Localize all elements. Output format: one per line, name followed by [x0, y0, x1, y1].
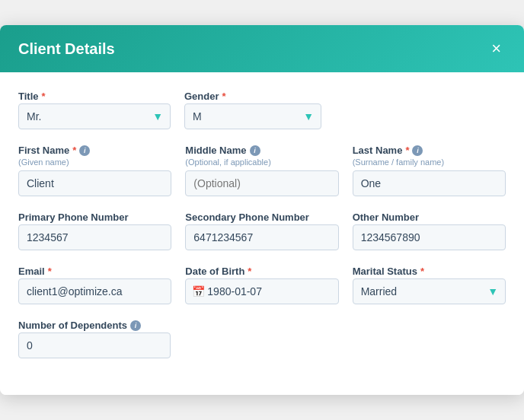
middle-name-label-row: Middle Name i [185, 145, 338, 156]
first-name-label-row: First Name * i [18, 145, 171, 156]
row-email-dob-marital: Email * Date of Birth * 📅 Marital Status [18, 266, 506, 304]
group-email: Email * [18, 266, 171, 304]
last-name-label: Last Name [353, 145, 403, 156]
first-name-label: First Name [18, 145, 69, 156]
marital-required: * [420, 266, 424, 277]
dob-label: Date of Birth [185, 266, 244, 277]
title-label-row: Title * [18, 91, 171, 102]
title-required: * [42, 91, 46, 102]
first-name-input[interactable] [18, 170, 171, 196]
modal-title: Client Details [18, 40, 115, 58]
group-gender: Gender * M F Other ▼ [184, 91, 321, 129]
title-label: Title [18, 91, 39, 102]
dependents-label-row: Number of Dependents i [18, 320, 171, 331]
group-title: Title * Mr. Mrs. Ms. Dr. Prof. ▼ [18, 91, 171, 129]
group-secondary-phone: Secondary Phone Number [185, 212, 338, 250]
email-label: Email [18, 266, 45, 277]
dependents-input[interactable] [18, 332, 171, 358]
row-names: First Name * i (Given name) Middle Name … [18, 145, 506, 196]
email-required: * [48, 266, 52, 277]
marital-select[interactable]: Single Married Divorced Widowed [353, 278, 506, 304]
primary-phone-input[interactable] [18, 224, 171, 250]
middle-name-sublabel: (Optional, if applicable) [185, 158, 338, 167]
gender-label: Gender [184, 91, 219, 102]
email-label-row: Email * [18, 266, 171, 277]
dob-label-row: Date of Birth * [185, 266, 338, 277]
first-name-info-icon: i [79, 145, 90, 156]
marital-label: Marital Status [353, 266, 417, 277]
group-last-name: Last Name * i (Surname / family name) [353, 145, 506, 196]
gender-select[interactable]: M F Other [184, 103, 321, 129]
last-name-input[interactable] [353, 170, 506, 196]
last-name-label-row: Last Name * i [353, 145, 506, 156]
email-input[interactable] [18, 278, 171, 304]
secondary-phone-label-row: Secondary Phone Number [185, 212, 338, 223]
primary-phone-label-row: Primary Phone Number [18, 212, 171, 223]
dob-input[interactable] [185, 278, 338, 304]
marital-label-row: Marital Status * [353, 266, 506, 277]
modal-body: Title * Mr. Mrs. Ms. Dr. Prof. ▼ Gende [0, 72, 524, 395]
middle-name-input[interactable] [185, 170, 338, 196]
first-name-sublabel: (Given name) [18, 158, 171, 167]
group-middle-name: Middle Name i (Optional, if applicable) [185, 145, 338, 196]
modal-header: Client Details × [0, 25, 524, 72]
title-select[interactable]: Mr. Mrs. Ms. Dr. Prof. [18, 103, 171, 129]
last-name-required: * [405, 145, 409, 156]
gender-required: * [222, 91, 226, 102]
secondary-phone-input[interactable] [185, 224, 338, 250]
primary-phone-label: Primary Phone Number [18, 212, 129, 223]
client-details-modal: Client Details × Title * Mr. Mrs. Ms. Dr… [0, 25, 524, 395]
gender-label-row: Gender * [184, 91, 321, 102]
dependents-label: Number of Dependents [18, 320, 127, 331]
other-number-input[interactable] [353, 224, 506, 250]
middle-name-info-icon: i [250, 145, 260, 156]
group-dependents: Number of Dependents i [18, 320, 171, 358]
group-dob: Date of Birth * 📅 [185, 266, 338, 304]
gender-select-wrapper: M F Other ▼ [184, 103, 321, 129]
marital-select-wrapper: Single Married Divorced Widowed ▼ [353, 278, 506, 304]
close-button[interactable]: × [487, 39, 506, 59]
middle-name-label: Middle Name [185, 145, 246, 156]
last-name-info-icon: i [412, 145, 423, 156]
title-select-wrapper: Mr. Mrs. Ms. Dr. Prof. ▼ [18, 103, 171, 129]
other-number-label-row: Other Number [353, 212, 506, 223]
group-first-name: First Name * i (Given name) [18, 145, 171, 196]
other-number-label: Other Number [353, 212, 419, 223]
group-other-number: Other Number [353, 212, 506, 250]
secondary-phone-label: Secondary Phone Number [185, 212, 309, 223]
first-name-required: * [72, 145, 76, 156]
group-marital: Marital Status * Single Married Divorced… [353, 266, 506, 304]
dependents-info-icon: i [130, 320, 141, 331]
last-name-sublabel: (Surname / family name) [353, 158, 506, 167]
dob-required: * [248, 266, 251, 277]
row-dependents: Number of Dependents i [18, 320, 506, 358]
dob-input-wrapper: 📅 [185, 278, 338, 304]
row-phones: Primary Phone Number Secondary Phone Num… [18, 212, 506, 250]
row-title-gender: Title * Mr. Mrs. Ms. Dr. Prof. ▼ Gende [18, 91, 506, 129]
group-primary-phone: Primary Phone Number [18, 212, 171, 250]
